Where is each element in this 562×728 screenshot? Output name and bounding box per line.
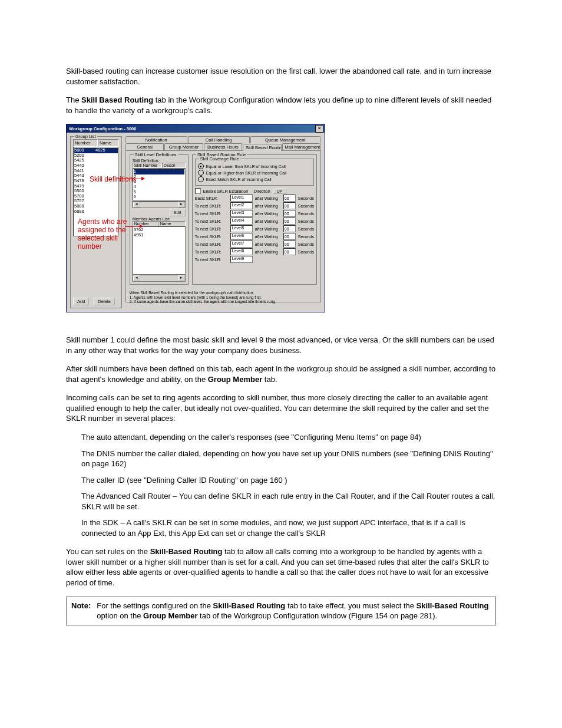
scrollbar[interactable]: ◄►	[133, 275, 186, 282]
note-box: Note: For the settings configured on the…	[66, 597, 496, 625]
paragraph: Skill-based routing can increase custome…	[66, 66, 496, 87]
list-item: The DNIS number the caller dialed, depen…	[81, 449, 496, 469]
level-field[interactable]: Level3	[230, 210, 253, 217]
tab-queue-management[interactable]: Queue Management	[250, 136, 320, 143]
seconds-spinner[interactable]: 00	[283, 248, 296, 255]
skill-level-definitions-group: Skill Level Definitions Skill Definition…	[130, 154, 189, 285]
level-field[interactable]: Level1	[230, 195, 253, 202]
radio-exact-match[interactable]: Exact Match SKLR of Incoming Call	[198, 176, 311, 182]
window-titlebar: Workgroup Configuration - 5000 ×	[67, 124, 325, 133]
screenshot: Skill definitions Agents who are assigne…	[66, 124, 324, 311]
seconds-spinner[interactable]: 00	[283, 210, 296, 217]
paragraph: After skill numbers have been defined on…	[66, 364, 496, 384]
tab-mail-management[interactable]: Mail Management	[282, 143, 320, 150]
tab-general[interactable]: General	[125, 143, 164, 150]
add-button[interactable]: Add	[73, 298, 89, 305]
sklr-row: To next SKLR:Level9	[195, 256, 314, 263]
sklr-row: To next SKLR:Level2after Waiting00Second…	[195, 202, 314, 209]
list-item[interactable]: 4951	[134, 233, 184, 238]
edit-button[interactable]: Edit	[170, 209, 186, 216]
sklr-row: To next SKLR:Level4after Waiting00Second…	[195, 218, 314, 225]
paragraph: You can set rules on the Skill-Based Rou…	[66, 546, 496, 588]
list-item[interactable]: 5	[134, 190, 184, 195]
list-item[interactable]: 1	[134, 169, 184, 174]
seconds-spinner[interactable]: 00	[283, 225, 296, 232]
tab-business-hours[interactable]: Business Hours	[204, 143, 242, 150]
list-item[interactable]: 6	[134, 195, 184, 200]
seconds-spinner[interactable]: 00	[283, 195, 296, 202]
list-item: The auto attendant, depending on the cal…	[81, 432, 496, 443]
tab-call-handling[interactable]: Call Handling	[188, 136, 250, 143]
level-field[interactable]: Level4	[230, 218, 253, 225]
list-item: The caller ID (see "Defining Caller ID R…	[81, 475, 496, 486]
seconds-spinner[interactable]: 00	[283, 218, 296, 225]
tab-group-member[interactable]: Group Member	[164, 143, 203, 150]
direction-button[interactable]: UP	[273, 189, 287, 194]
delete-button[interactable]: Delete	[94, 298, 115, 305]
radio-equal-lower[interactable]: Equal or Lower than SKLR of Incoming Cal…	[198, 163, 311, 169]
seconds-spinner[interactable]: 00	[283, 233, 296, 240]
window-title: Workgroup Configuration - 5000	[69, 126, 315, 131]
sklr-row: To next SKLR:Level8after Waiting00Second…	[195, 248, 314, 255]
seconds-spinner[interactable]: 00	[283, 241, 296, 248]
skill-definition-list[interactable]: 1 2 3 4 5 6	[133, 168, 186, 201]
sklr-row: To next SKLR:Level5after Waiting00Second…	[195, 225, 314, 232]
level-field[interactable]: Level9	[230, 256, 253, 263]
tab-skill-based-routing[interactable]: Skill Based Routing	[243, 144, 281, 151]
footnote: When Skill Based Routing is selected for…	[130, 291, 317, 304]
sklr-row: To next SKLR:Level6after Waiting00Second…	[195, 233, 314, 240]
level-field[interactable]: Level5	[230, 225, 253, 232]
sklr-row: To next SKLR:Level3after Waiting00Second…	[195, 210, 314, 217]
sklr-row: Basic SKLR: Level1 after Waiting 00 Seco…	[195, 195, 314, 202]
member-agents-list[interactable]: 3762 4951	[133, 226, 186, 275]
level-field[interactable]: Level7	[230, 241, 253, 248]
bullet-list: The auto attendant, depending on the cal…	[66, 432, 496, 538]
enable-escalation-checkbox[interactable]	[195, 188, 201, 194]
paragraph: The Skill Based Routing tab in the Workg…	[66, 95, 496, 116]
tab-notification[interactable]: Notification	[125, 136, 187, 143]
skill-based-routing-rule-group: Skill Based Routing Rule Skill Coverage …	[192, 154, 317, 285]
paragraph: Skill number 1 could define the most bas…	[66, 335, 496, 355]
level-field[interactable]: Level8	[230, 248, 253, 255]
level-field[interactable]: Level2	[230, 202, 253, 209]
annotation-agents-assigned: Agents who are assigned to the selected …	[78, 218, 134, 251]
sklr-row: To next SKLR:Level7after Waiting00Second…	[195, 241, 314, 248]
note-label: Note:	[71, 601, 91, 621]
radio-equal-higher[interactable]: Equal or Higher than SKLR of Incoming Ca…	[198, 170, 311, 176]
seconds-spinner[interactable]: 00	[283, 202, 296, 209]
list-item: In the SDK – A call's SKLR can be set in…	[81, 518, 496, 538]
skill-coverage-rule-group: Skill Coverage Rule Equal or Lower than …	[195, 159, 314, 186]
member-agents-label: Member Agents List:	[133, 217, 186, 221]
skill-definition-label: Skill Definition:	[133, 159, 186, 163]
group-list-header: Number Name	[73, 139, 119, 147]
paragraph: Incoming calls can be set to ring agents…	[66, 393, 496, 424]
level-field[interactable]: Level6	[230, 233, 253, 240]
scrollbar[interactable]: ◄►	[133, 201, 186, 208]
annotation-skill-definitions: Skill definitions	[90, 176, 136, 184]
list-item[interactable]: 4	[134, 185, 184, 190]
list-item[interactable]: 6888	[74, 209, 118, 215]
list-item: The Advanced Call Router – You can defin…	[81, 491, 496, 512]
close-icon[interactable]: ×	[315, 125, 323, 133]
